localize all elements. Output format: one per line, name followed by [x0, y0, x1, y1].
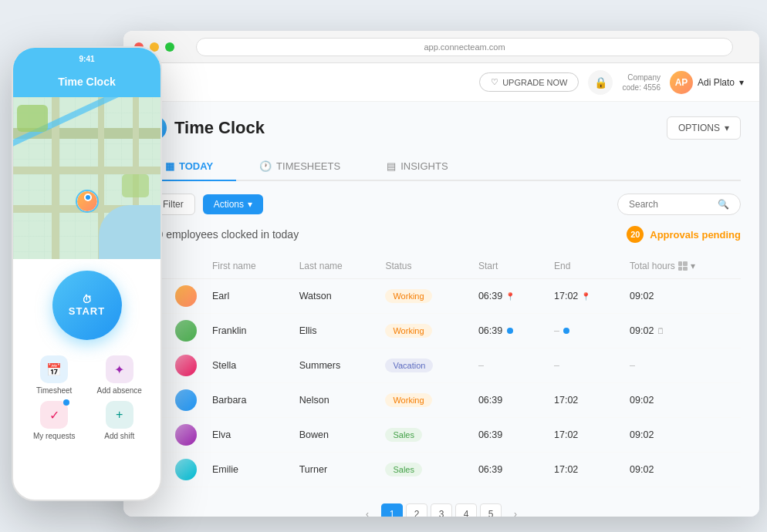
options-button[interactable]: OPTIONS ▾ [667, 116, 741, 140]
table-row: ✓ Franklin Ellis Working 06:39 – 09:02 🗒 [142, 314, 741, 348]
today-tab-label: TODAY [179, 160, 213, 172]
map-background [13, 97, 160, 259]
pagination: ‹ 1 2 3 4 5 › [142, 493, 741, 517]
app-layout: ⏱ Time Clock OPTIONS ▾ ▦ [123, 102, 759, 517]
row-first-name: Barbara [204, 383, 292, 418]
user-avatar: AP [670, 71, 693, 94]
scene: 9:41 Time Clock [0, 0, 767, 532]
phone-mockup: 9:41 Time Clock [12, 46, 162, 501]
map-park [17, 105, 48, 132]
page-btn-5[interactable]: 5 [480, 503, 502, 517]
app-main: ⏱ Time Clock OPTIONS ▾ ▦ [123, 102, 759, 517]
row-end: 17:02 [546, 453, 622, 487]
table-row: Barbara Nelson Working 06:39 17:02 09:02 [142, 383, 741, 418]
th-avatar [167, 254, 204, 279]
row-last-name: Nelson [292, 383, 378, 418]
status-badge: Working [385, 393, 431, 407]
page-btn-2[interactable]: 2 [406, 503, 427, 517]
address-text: app.connecteam.com [424, 42, 505, 52]
approvals-link[interactable]: Approvals pending [650, 229, 741, 241]
row-total: 09:02 [622, 418, 741, 453]
browser-content: am ♡ UPGRADE NOW 🔒 Company code: 4556 AP [123, 63, 759, 517]
row-start: 06:39 📍 [471, 279, 546, 314]
next-page-btn[interactable]: › [505, 503, 526, 517]
page-btn-4[interactable]: 4 [455, 503, 477, 517]
status-badge: Working [385, 324, 431, 338]
row-avatar [175, 459, 197, 480]
row-avatar-cell [167, 348, 204, 383]
page-btn-1[interactable]: 1 [381, 503, 403, 517]
row-end: – [546, 348, 622, 383]
insights-tab-label: INSIGHTS [400, 160, 448, 172]
notifications-button[interactable]: 🔒 [588, 70, 613, 95]
tab-timesheets[interactable]: 🕐 TIMESHEETS [236, 153, 363, 181]
approvals-badge: 20 Approvals pending [627, 226, 741, 243]
table-header-row: First name Last name Status Start End To… [142, 254, 741, 279]
timesheets-tab-icon: 🕐 [259, 160, 272, 172]
address-bar[interactable]: app.connecteam.com [196, 38, 733, 56]
row-avatar-cell [167, 453, 204, 487]
th-end: End [546, 254, 622, 279]
actions-chevron-icon: ▾ [248, 199, 252, 210]
row-avatar [175, 320, 197, 342]
map-water [99, 205, 160, 259]
row-last-name: Watson [292, 279, 378, 314]
phone-action-add-shift[interactable]: + Add shift [90, 401, 150, 440]
actions-button[interactable]: Actions ▾ [203, 194, 263, 214]
phone-action-my-requests[interactable]: ✓ My requests [25, 401, 84, 440]
row-last-name: Turner [292, 453, 378, 487]
toolbar-row: ≡ Filter Actions ▾ 🔍 [142, 194, 741, 215]
table-row: Mattie Griffin Working 06:39 17:02 09:02 [142, 487, 741, 493]
timesheet-icon: 📅 [40, 355, 68, 383]
filter-label: Filter [163, 199, 184, 210]
row-avatar [175, 389, 197, 411]
row-total: 09:02 [622, 487, 741, 493]
phone-action-add-absence[interactable]: ✦ Add absence [90, 355, 150, 395]
row-end: – [546, 314, 622, 348]
upgrade-button[interactable]: ♡ UPGRADE NOW [479, 72, 579, 92]
upgrade-label: UPGRADE NOW [502, 78, 567, 87]
row-status: Working [377, 314, 470, 348]
th-status: Status [377, 254, 470, 279]
phone-action-timesheet[interactable]: 📅 Timesheet [25, 355, 84, 395]
maximize-window-btn[interactable] [165, 42, 174, 52]
row-start: 06:39 [471, 383, 546, 418]
th-total-hours: Total hours ▾ [622, 254, 741, 279]
main-content: ⏱ Time Clock OPTIONS ▾ ▦ [123, 102, 759, 517]
row-first-name: Elva [204, 418, 292, 453]
user-initials: AP [675, 77, 688, 88]
row-avatar-cell [167, 314, 204, 348]
phone-app-title: Time Clock [13, 69, 160, 97]
table-body: Earl Watson Working 06:39 📍 17:02 📍 09:0… [142, 279, 741, 493]
row-status: Sales [377, 453, 470, 487]
prev-page-btn[interactable]: ‹ [356, 503, 378, 517]
search-input[interactable] [629, 199, 713, 210]
row-avatar-cell [167, 383, 204, 418]
table-row: ✓ Stella Summers Vacation – – – [142, 348, 741, 383]
grid-view-icon [678, 261, 688, 271]
row-first-name: Stella [204, 348, 292, 383]
page-btn-3[interactable]: 3 [431, 503, 452, 517]
add-absence-label: Add absence [97, 386, 142, 395]
row-status: Sales [377, 418, 470, 453]
row-end: 17:02 [546, 418, 622, 453]
row-avatar [175, 424, 197, 446]
row-start: 06:39 [471, 314, 546, 348]
user-info: AP Adi Plato ▾ [670, 71, 744, 94]
start-label: START [69, 305, 105, 317]
row-start: 06:39 [471, 487, 546, 493]
row-start: – [471, 348, 546, 383]
search-box[interactable]: 🔍 [617, 194, 741, 215]
user-name: Adi Plato [698, 77, 735, 88]
status-badge: Working [385, 289, 431, 303]
start-button[interactable]: ⏱ START [52, 271, 122, 340]
row-avatar-cell [167, 418, 204, 453]
row-status: Working [377, 279, 470, 314]
tab-insights[interactable]: ▤ INSIGHTS [363, 153, 471, 181]
row-total: 09:02 [622, 453, 741, 487]
table-row: Earl Watson Working 06:39 📍 17:02 📍 09:0… [142, 279, 741, 314]
user-dropdown-icon[interactable]: ▾ [739, 77, 744, 88]
status-badge: Sales [385, 428, 422, 442]
row-start: 06:39 [471, 453, 546, 487]
row-end: 17:02 [546, 487, 622, 493]
